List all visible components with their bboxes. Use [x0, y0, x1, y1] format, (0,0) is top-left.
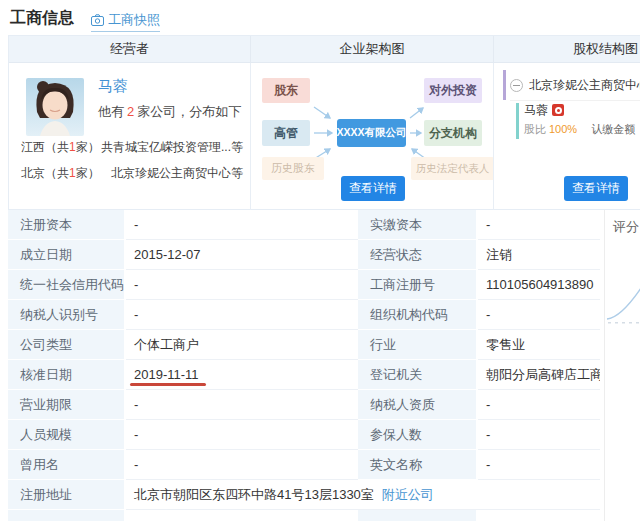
- avatar[interactable]: [26, 78, 84, 136]
- company-count: 2: [127, 104, 134, 119]
- field-value: -: [126, 210, 358, 240]
- field-label: 纳税人识别号: [8, 300, 126, 330]
- page-title: 工商信息: [10, 8, 74, 29]
- field-label: 行业: [358, 330, 478, 360]
- field-label: 参保人数: [358, 420, 478, 450]
- equity-root-node[interactable]: 北京珍妮公主商贸中心: [510, 70, 640, 101]
- field-value-clipped: [126, 510, 358, 521]
- field-label: 注册地址: [8, 480, 126, 510]
- field-label: 注册资本: [8, 210, 126, 240]
- field-value: 朝阳分局高碑店工商所: [478, 360, 600, 390]
- score-side-panel: 评分: [604, 210, 640, 521]
- snapshot-link[interactable]: 工商快照: [91, 11, 160, 32]
- operator-photo: [26, 78, 84, 136]
- nearby-companies-link[interactable]: 附近公司: [382, 487, 434, 502]
- ratio-value: 100%: [549, 123, 577, 135]
- summary-suffix: 家公司，分布如下: [137, 104, 241, 119]
- field-label: 登记机关: [358, 360, 478, 390]
- equity-holder[interactable]: 马蓉: [524, 102, 635, 118]
- score-label: 评分: [613, 218, 639, 236]
- summary-prefix: 他有: [98, 104, 124, 119]
- field-value: -: [478, 420, 600, 450]
- field-label: 组织机构代码: [358, 300, 478, 330]
- field-label: 工商注册号: [358, 270, 478, 300]
- node-outbound-investments: 对外投资: [424, 78, 482, 103]
- registration-info-table: 注册资本 - 实缴资本 - 成立日期 2015-12-07 经营状态 注销 统一…: [8, 210, 600, 521]
- field-label: 经营状态: [358, 240, 478, 270]
- amount-label: 认缴金额: [591, 123, 635, 135]
- field-value: 110105604913890: [478, 270, 600, 300]
- field-value: 个体工商户: [126, 330, 358, 360]
- collapse-icon[interactable]: [510, 79, 523, 92]
- operator-panel-title: 经营者: [9, 36, 251, 62]
- field-label: 成立日期: [8, 240, 126, 270]
- field-value: -: [478, 210, 600, 240]
- snapshot-link-label: 工商快照: [108, 11, 160, 29]
- tree-root-bar: [503, 70, 506, 100]
- field-value: 零售业: [478, 330, 600, 360]
- field-value-clipped: [478, 510, 600, 521]
- node-history-shareholders: 历史股东: [262, 157, 324, 180]
- overview-panels: 经营者 企业架构图 股权结构图: [8, 35, 640, 210]
- org-chart-panel: 股东 高管 历史股东 XXXX有限公司 对外投资 分支机构 历史法定代表人 查看…: [251, 63, 494, 210]
- field-label: 曾用名: [8, 450, 126, 480]
- region-row-beijing: 北京（共1家） 北京珍妮公主商贸中心等: [21, 165, 243, 182]
- node-history-legal-rep: 历史法定代表人: [411, 157, 494, 180]
- field-value: -: [126, 420, 358, 450]
- field-value: -: [478, 300, 600, 330]
- equity-panel: 北京珍妮公主商贸中心 马蓉 股比100%认缴金额 查看详情: [494, 63, 640, 210]
- node-company: XXXX有限公司: [337, 119, 406, 147]
- org-chart-panel-title: 企业架构图: [251, 36, 494, 62]
- node-shareholders: 股东: [262, 78, 310, 103]
- field-label-clipped: [358, 510, 478, 521]
- field-value: 注销: [478, 240, 600, 270]
- red-underline-annotation: [130, 383, 206, 386]
- field-value: -: [478, 390, 600, 420]
- business-info-page: 工商信息 工商快照 经营者 企业架构图 股权结构图: [0, 0, 640, 521]
- region-name: 江西（共1家）: [21, 139, 100, 156]
- region-companies: 北京珍妮公主商贸中心等: [111, 165, 243, 182]
- org-chart-detail-button[interactable]: 查看详情: [341, 176, 405, 201]
- holder-name[interactable]: 马蓉: [524, 102, 548, 119]
- field-label: 核准日期: [8, 360, 126, 390]
- field-label: 英文名称: [358, 450, 478, 480]
- field-value: -: [126, 270, 358, 300]
- region-companies: 共青城宝亿嵘投资管理...等: [101, 139, 243, 156]
- field-value: 2015-12-07: [126, 240, 358, 270]
- field-label: 人员规模: [8, 420, 126, 450]
- operator-panel: 马蓉 他有2家公司，分布如下 江西（共1家） 共青城宝亿嵘投资管理...等 北京…: [9, 63, 251, 210]
- holder-logo-badge: [552, 104, 564, 116]
- score-line-chart: [606, 262, 640, 326]
- field-label: 营业期限: [8, 390, 126, 420]
- field-value-approval-date: 2019-11-11: [126, 360, 358, 390]
- camera-icon: [91, 14, 104, 26]
- region-name: 北京（共1家）: [21, 165, 100, 182]
- field-label-clipped: [8, 510, 126, 521]
- equity-root-company[interactable]: 北京珍妮公主商贸中心: [529, 77, 640, 94]
- field-label: 公司类型: [8, 330, 126, 360]
- field-label: 实缴资本: [358, 210, 478, 240]
- field-value: -: [126, 450, 358, 480]
- field-value: -: [126, 300, 358, 330]
- field-label: 统一社会信用代码: [8, 270, 126, 300]
- equity-detail-button[interactable]: 查看详情: [564, 176, 628, 201]
- field-value: -: [478, 450, 600, 480]
- tree-child-bar: [516, 103, 519, 139]
- operator-summary: 他有2家公司，分布如下: [98, 103, 241, 121]
- equity-holder-detail: 股比100%认缴金额: [524, 122, 635, 137]
- region-row-jiangxi: 江西（共1家） 共青城宝亿嵘投资管理...等: [21, 139, 243, 156]
- equity-panel-title: 股权结构图: [494, 36, 640, 62]
- field-value-address: 北京市朝阳区东四环中路41号13层1330室附近公司: [126, 480, 600, 510]
- field-label: 纳税人资质: [358, 390, 478, 420]
- ratio-label: 股比: [524, 123, 546, 135]
- equity-child-node: 马蓉 股比100%认缴金额: [524, 102, 635, 137]
- node-executives: 高管: [262, 120, 310, 146]
- field-value: -: [126, 390, 358, 420]
- node-branches: 分支机构: [424, 120, 482, 146]
- operator-name-link[interactable]: 马蓉: [98, 77, 128, 96]
- panel-headers: 经营者 企业架构图 股权结构图: [9, 36, 640, 63]
